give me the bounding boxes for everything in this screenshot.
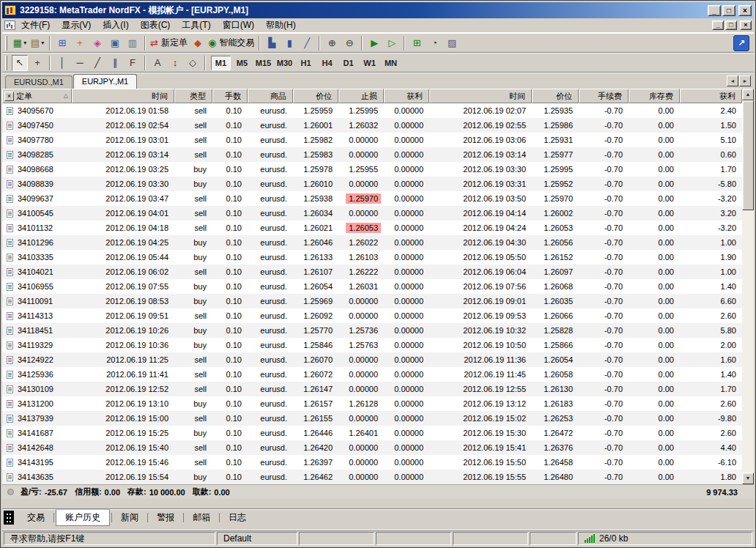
column-header-open-price[interactable]: 价位 (293, 89, 338, 103)
status-profile[interactable]: Default (217, 532, 297, 545)
vline-button[interactable]: │ (54, 55, 70, 71)
table-row[interactable]: 340974502012.06.19 02:54sell0.10eurusd.1… (2, 118, 742, 133)
column-header-stop-loss[interactable]: 止损 (338, 89, 384, 103)
table-row[interactable]: 341431952012.06.19 15:46sell0.10eurusd.1… (2, 455, 742, 470)
trendline-button[interactable]: ╱ (89, 55, 105, 71)
column-header-take-profit[interactable]: 获利 (384, 89, 429, 103)
table-row[interactable]: 340982852012.06.19 03:14sell0.10eurusd.1… (2, 147, 742, 162)
menu-charts[interactable]: 图表(C) (135, 18, 177, 33)
timeframe-h1-button[interactable]: H1 (296, 56, 316, 70)
table-row[interactable]: 340977802012.06.19 03:01sell0.10eurusd.1… (2, 133, 742, 147)
tab-scroll-right-button[interactable]: ► (739, 75, 751, 86)
column-header-lots[interactable]: 手数 (212, 89, 248, 103)
column-header-symbol[interactable]: 商品 (248, 89, 293, 103)
timeframe-m1-button[interactable]: M1 (211, 56, 231, 70)
menu-file[interactable]: 文件(F) (15, 18, 56, 33)
metaeditor-button[interactable]: ◆ (190, 35, 206, 51)
crosshair-button[interactable]: + (29, 55, 45, 71)
table-row[interactable]: 341436352012.06.19 15:54buy0.10eurusd.1.… (2, 470, 742, 484)
toolbar-grip[interactable] (5, 56, 7, 70)
table-row[interactable]: 341193292012.06.19 10:36buy0.10eurusd.1.… (2, 338, 742, 352)
scroll-up-button[interactable]: ▲ (742, 89, 754, 100)
candlestick-button[interactable]: ▮ (281, 35, 297, 51)
timeframe-d1-button[interactable]: D1 (338, 56, 358, 70)
table-row[interactable]: 341259362012.06.19 11:41sell0.10eurusd.1… (2, 367, 742, 382)
new-order-button[interactable]: ⇄新定单 (149, 35, 188, 51)
menu-help[interactable]: 帮助(H) (260, 18, 302, 33)
table-row[interactable]: 341033352012.06.19 05:44buy0.10eurusd.1.… (2, 250, 742, 264)
auto-scroll-button[interactable]: ▶ (366, 35, 382, 51)
market-watch-button[interactable]: ⊞ (54, 35, 70, 51)
arrows-button[interactable]: ↕ (167, 55, 183, 71)
shapes-button[interactable]: ◇ (185, 55, 201, 71)
chart-tab-eurjpy-m1[interactable]: EURJPY.,M1 (73, 74, 137, 89)
table-row[interactable]: 340988392012.06.19 03:30buy0.10eurusd.1.… (2, 177, 742, 191)
zoom-in-button[interactable]: ⊕ (324, 35, 340, 51)
table-row[interactable]: 341143132012.06.19 09:51sell0.10eurusd.1… (2, 308, 742, 323)
timeframe-m15-button[interactable]: M15 (253, 56, 273, 70)
line-chart-button[interactable]: ╱ (299, 35, 315, 51)
timeframe-m30-button[interactable]: M30 (275, 56, 294, 70)
hline-button[interactable]: ─ (72, 55, 88, 71)
table-row[interactable]: 341005452012.06.19 04:01sell0.10eurusd.1… (2, 206, 742, 221)
dock-grip-icon[interactable] (4, 511, 14, 525)
mdi-minimize-button[interactable]: _ (712, 21, 724, 30)
table-row[interactable]: 340996372012.06.19 03:47sell0.10eurusd.1… (2, 191, 742, 206)
table-row[interactable]: 341312002012.06.19 13:10buy0.10eurusd.1.… (2, 396, 742, 411)
table-row[interactable]: 341011322012.06.19 04:18sell0.10eurusd.1… (2, 221, 742, 235)
strategy-tester-button[interactable]: ▥ (125, 35, 141, 51)
tab-scroll-left-button[interactable]: ◄ (727, 75, 738, 86)
tab-mailbox[interactable]: 邮箱 (185, 510, 218, 525)
timeframe-mn-button[interactable]: MN (381, 56, 401, 70)
scroll-down-button[interactable]: ▼ (742, 473, 754, 484)
close-terminal-button[interactable]: × (4, 92, 14, 101)
table-row[interactable]: 341184512012.06.19 10:26buy0.10eurusd.1.… (2, 323, 742, 338)
menu-insert[interactable]: 插入(I) (97, 18, 134, 33)
column-header-commission[interactable]: 手续费 (579, 89, 629, 103)
menu-window[interactable]: 窗口(W) (217, 18, 260, 33)
menu-tools[interactable]: 工具(T) (176, 18, 216, 33)
indicators-button[interactable]: ⊞ (409, 35, 425, 51)
scrollbar-track[interactable] (742, 100, 754, 473)
timeframe-m5-button[interactable]: M5 (232, 56, 252, 70)
chart-window-icon[interactable] (4, 21, 15, 30)
fibonacci-button[interactable]: F (125, 55, 141, 71)
cursor-button[interactable]: ↖ (12, 55, 28, 71)
table-row[interactable]: 341100912012.06.19 08:53buy0.10eurusd.1.… (2, 294, 742, 308)
table-row[interactable]: 341040212012.06.19 06:02sell0.10eurusd.1… (2, 264, 742, 279)
tab-account-history[interactable]: 账户历史 (56, 509, 110, 526)
mdi-restore-button[interactable]: □ (725, 21, 737, 30)
templates-button[interactable]: ▨ (444, 35, 460, 51)
periods-button[interactable]: ◔ (426, 35, 442, 51)
minimize-button[interactable]: _ (708, 5, 721, 16)
table-row[interactable]: 340956702012.06.19 01:58sell0.10eurusd.1… (2, 103, 742, 118)
scrollbar-thumb[interactable] (742, 100, 754, 210)
tab-news[interactable]: 新闻 (114, 510, 146, 525)
toolbar-grip[interactable] (5, 36, 7, 51)
bar-chart-button[interactable]: ▙ (264, 35, 280, 51)
timeframe-h4-button[interactable]: H4 (317, 56, 337, 70)
vertical-scrollbar[interactable]: ▲ ▼ (742, 89, 754, 484)
table-row[interactable]: 341426482012.06.19 15:40sell0.10eurusd.1… (2, 440, 742, 455)
column-header-swap[interactable]: 库存费 (629, 89, 680, 103)
column-header-profit[interactable]: 获利 (680, 89, 742, 103)
new-chart-button[interactable]: ▦▾ (12, 35, 28, 51)
table-row[interactable]: 341012962012.06.19 04:25buy0.10eurusd.1.… (2, 235, 742, 250)
expert-advisors-button[interactable]: ◉智能交易 (207, 35, 255, 51)
column-header-type[interactable]: 类型 (174, 89, 212, 103)
column-header-close-price[interactable]: 价位 (532, 89, 579, 103)
community-button[interactable]: ↗ (733, 35, 749, 51)
table-row[interactable]: 340986682012.06.19 03:25buy0.10eurusd.1.… (2, 162, 742, 177)
text-button[interactable]: A (149, 55, 166, 71)
navigator-button[interactable]: ◈ (89, 35, 105, 51)
close-button[interactable]: × (738, 5, 752, 16)
data-window-button[interactable]: + (72, 35, 88, 51)
timeframe-w1-button[interactable]: W1 (360, 56, 379, 70)
chart-shift-button[interactable]: ▷ (384, 35, 400, 51)
terminal-button[interactable]: ▣ (107, 35, 123, 51)
column-header-open-time[interactable]: 时间 (72, 89, 174, 103)
tab-trade[interactable]: 交易 (20, 510, 52, 525)
table-row[interactable]: 341416872012.06.19 15:25buy0.10eurusd.1.… (2, 426, 742, 440)
table-row[interactable]: 341249222012.06.19 11:25sell0.10eurusd.1… (2, 352, 742, 367)
restore-button[interactable]: □ (722, 5, 735, 16)
